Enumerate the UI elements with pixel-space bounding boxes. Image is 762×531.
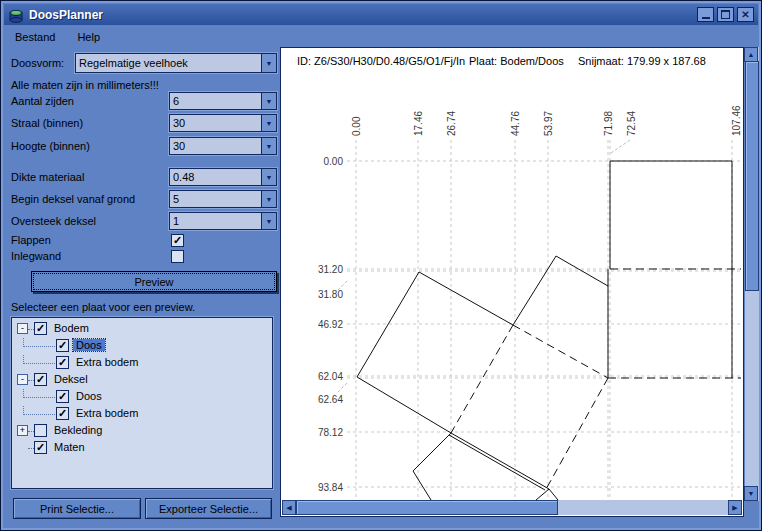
dropdown-arrow-icon[interactable]: ▼ bbox=[261, 54, 276, 72]
dropdown-arrow-icon[interactable]: ▼ bbox=[261, 115, 276, 131]
menu-bestand[interactable]: Bestand bbox=[11, 29, 59, 45]
param-combo[interactable]: 1▼ bbox=[169, 212, 277, 230]
param-row-4: Begin deksel vanaf grond5▼ bbox=[5, 190, 280, 208]
cut-line bbox=[449, 435, 545, 490]
cut-line bbox=[413, 471, 431, 500]
x-tick-label: 17.46 bbox=[413, 111, 424, 136]
tree-label[interactable]: Bekleding bbox=[51, 424, 105, 436]
cut-line bbox=[357, 377, 451, 433]
tree-label[interactable]: Bodem bbox=[51, 322, 92, 334]
minimize-button[interactable] bbox=[697, 7, 714, 22]
tick-leader-line bbox=[611, 140, 630, 153]
param-value[interactable]: 5 bbox=[170, 191, 261, 207]
param-label: Begin deksel vanaf grond bbox=[11, 193, 135, 205]
y-tick-label: 0.00 bbox=[324, 156, 344, 167]
tree-item-extra-bodem[interactable]: ✓Extra bodem bbox=[12, 406, 272, 423]
print-selection-button[interactable]: Print Selectie... bbox=[13, 498, 141, 519]
x-tick-label: 72.54 bbox=[626, 111, 637, 136]
inlegwand-checkbox[interactable] bbox=[171, 250, 184, 263]
collapse-icon[interactable]: - bbox=[17, 323, 28, 334]
tree-connector bbox=[23, 363, 55, 364]
expand-icon[interactable]: + bbox=[17, 425, 28, 436]
tree-checkbox[interactable]: ✓ bbox=[34, 322, 47, 335]
param-combo[interactable]: 30▼ bbox=[169, 114, 277, 132]
app-window: DoosPlanner ✕ Bestand Help Doosvorm: Reg… bbox=[0, 0, 762, 531]
checkbox-label: Flappen bbox=[11, 234, 51, 246]
tree-label[interactable]: Doos bbox=[73, 390, 105, 402]
close-button[interactable]: ✕ bbox=[737, 7, 754, 22]
tree-item-doos[interactable]: ✓Doos bbox=[12, 389, 272, 406]
tree-label[interactable]: Extra bodem bbox=[73, 407, 141, 419]
tree-label[interactable]: Doos bbox=[73, 339, 105, 351]
export-selection-button[interactable]: Exporteer Selectie... bbox=[145, 498, 272, 519]
collapse-icon[interactable]: - bbox=[17, 374, 28, 385]
horizontal-scroll-thumb[interactable] bbox=[296, 500, 558, 515]
plate-tree[interactable]: -✓Bodem✓Doos✓Extra bodem-✓Deksel✓Doos✓Ex… bbox=[11, 317, 273, 489]
flappen-checkbox[interactable]: ✓ bbox=[171, 234, 184, 247]
preview-button[interactable]: Preview bbox=[31, 271, 277, 292]
dropdown-arrow-icon[interactable]: ▼ bbox=[261, 138, 276, 154]
tree-label[interactable]: Deksel bbox=[51, 373, 91, 385]
window-title: DoosPlanner bbox=[29, 8, 103, 22]
param-value[interactable]: 0.48 bbox=[170, 169, 261, 185]
scroll-down-button[interactable]: ▼ bbox=[744, 486, 758, 501]
tree-checkbox[interactable] bbox=[34, 424, 47, 437]
tree-checkbox[interactable]: ✓ bbox=[56, 339, 69, 352]
tree-checkbox[interactable]: ✓ bbox=[34, 373, 47, 386]
dropdown-arrow-icon[interactable]: ▼ bbox=[261, 169, 276, 185]
tree-checkbox[interactable]: ✓ bbox=[56, 407, 69, 420]
y-tick-label: 31.80 bbox=[318, 289, 343, 300]
scroll-left-button[interactable]: ◀ bbox=[282, 500, 296, 515]
param-value[interactable]: 6 bbox=[170, 93, 261, 109]
x-tick-label: 0.00 bbox=[351, 116, 362, 136]
tree-item-bekleding[interactable]: +Bekleding bbox=[12, 423, 272, 440]
param-row-5: Oversteek deksel1▼ bbox=[5, 212, 280, 230]
y-tick-label: 62.04 bbox=[318, 371, 343, 382]
vertical-scroll-thumb[interactable] bbox=[745, 61, 759, 291]
param-row-0: Aantal zijden6▼ bbox=[5, 92, 280, 110]
tree-label[interactable]: Extra bodem bbox=[73, 356, 141, 368]
param-combo[interactable]: 0.48▼ bbox=[169, 168, 277, 186]
param-combo[interactable]: 5▼ bbox=[169, 190, 277, 208]
x-tick-label: 26.74 bbox=[446, 111, 457, 136]
scroll-up-button[interactable]: ▲ bbox=[744, 47, 758, 62]
cut-line bbox=[413, 433, 451, 471]
dropdown-arrow-icon[interactable]: ▼ bbox=[261, 213, 276, 229]
x-tick-label: 44.76 bbox=[510, 111, 521, 136]
tree-checkbox[interactable]: ✓ bbox=[34, 441, 47, 454]
dropdown-arrow-icon[interactable]: ▼ bbox=[261, 191, 276, 207]
maximize-button[interactable] bbox=[717, 7, 734, 22]
x-tick-label: 53.97 bbox=[543, 111, 554, 136]
doosvorm-value[interactable]: Regelmatige veelhoek bbox=[76, 54, 261, 72]
tree-checkbox[interactable]: ✓ bbox=[56, 390, 69, 403]
tree-checkbox[interactable]: ✓ bbox=[56, 356, 69, 369]
titlebar[interactable]: DoosPlanner ✕ bbox=[4, 4, 758, 25]
tree-item-maten[interactable]: ✓Maten bbox=[12, 440, 272, 457]
param-value[interactable]: 1 bbox=[170, 213, 261, 229]
param-value[interactable]: 30 bbox=[170, 138, 261, 154]
tree-item-deksel[interactable]: -✓Deksel bbox=[12, 372, 272, 389]
menu-help[interactable]: Help bbox=[73, 29, 104, 45]
tree-item-extra-bodem[interactable]: ✓Extra bodem bbox=[12, 355, 272, 372]
param-label: Dikte materiaal bbox=[11, 171, 84, 183]
param-combo[interactable]: 30▼ bbox=[169, 137, 277, 155]
scroll-right-button[interactable]: ▶ bbox=[728, 500, 742, 515]
param-label: Aantal zijden bbox=[11, 95, 74, 107]
maximize-icon bbox=[721, 10, 730, 19]
tree-label[interactable]: Maten bbox=[51, 441, 88, 453]
horizontal-scrollbar[interactable]: ◀ ▶ bbox=[282, 500, 742, 515]
units-note: Alle maten zijn in millimeters!!! bbox=[11, 79, 159, 91]
param-value[interactable]: 30 bbox=[170, 115, 261, 131]
focus-rect bbox=[33, 273, 275, 290]
cut-line bbox=[536, 489, 549, 500]
checkbox-label: Inlegwand bbox=[11, 250, 61, 262]
doosvorm-combo[interactable]: Regelmatige veelhoek ▼ bbox=[75, 53, 277, 73]
y-tick-label: 78.12 bbox=[318, 427, 343, 438]
tree-item-bodem[interactable]: -✓Bodem bbox=[12, 321, 272, 338]
checkbox-row-1: Inlegwand bbox=[5, 250, 280, 264]
dropdown-arrow-icon[interactable]: ▼ bbox=[261, 93, 276, 109]
param-label: Hoogte (binnen) bbox=[11, 140, 90, 152]
tree-item-doos[interactable]: ✓Doos bbox=[12, 338, 272, 355]
param-combo[interactable]: 6▼ bbox=[169, 92, 277, 110]
vertical-scrollbar[interactable]: ▲ ▼ bbox=[745, 47, 759, 501]
